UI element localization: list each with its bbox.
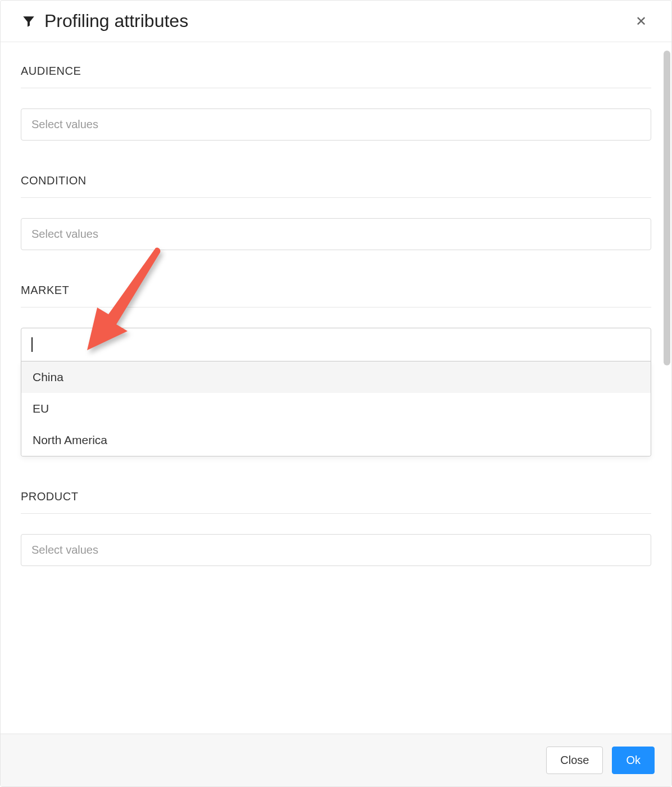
modal-header-left: Profiling attributes	[21, 11, 188, 31]
modal-title: Profiling attributes	[44, 11, 188, 31]
section-label-market: MARKET	[21, 284, 651, 307]
modal-body: AUDIENCE Select values CONDITION Select …	[1, 42, 671, 734]
market-option-eu[interactable]: EU	[21, 393, 651, 424]
modal-header: Profiling attributes ✕	[1, 1, 671, 42]
ok-button[interactable]: Ok	[612, 747, 655, 774]
market-select[interactable]	[21, 328, 651, 361]
close-icon[interactable]: ✕	[631, 12, 651, 30]
section-product: PRODUCT Select values	[21, 490, 651, 566]
condition-select[interactable]: Select values	[21, 218, 651, 250]
market-option-china[interactable]: China	[21, 361, 651, 393]
close-button[interactable]: Close	[546, 747, 603, 774]
text-cursor	[31, 337, 33, 352]
section-label-audience: AUDIENCE	[21, 65, 651, 88]
section-market: MARKET China EU North America	[21, 284, 651, 456]
section-label-condition: CONDITION	[21, 174, 651, 198]
profiling-attributes-modal: Profiling attributes ✕ AUDIENCE Select v…	[0, 0, 672, 787]
market-option-north-america[interactable]: North America	[21, 424, 651, 456]
audience-select[interactable]: Select values	[21, 108, 651, 141]
section-condition: CONDITION Select values	[21, 174, 651, 250]
modal-footer: Close Ok	[1, 734, 671, 786]
product-select[interactable]: Select values	[21, 534, 651, 566]
market-dropdown: China EU North America	[21, 361, 651, 456]
section-label-product: PRODUCT	[21, 490, 651, 514]
section-audience: AUDIENCE Select values	[21, 65, 651, 141]
scrollbar-thumb[interactable]	[664, 51, 670, 365]
filter-icon	[21, 13, 37, 29]
